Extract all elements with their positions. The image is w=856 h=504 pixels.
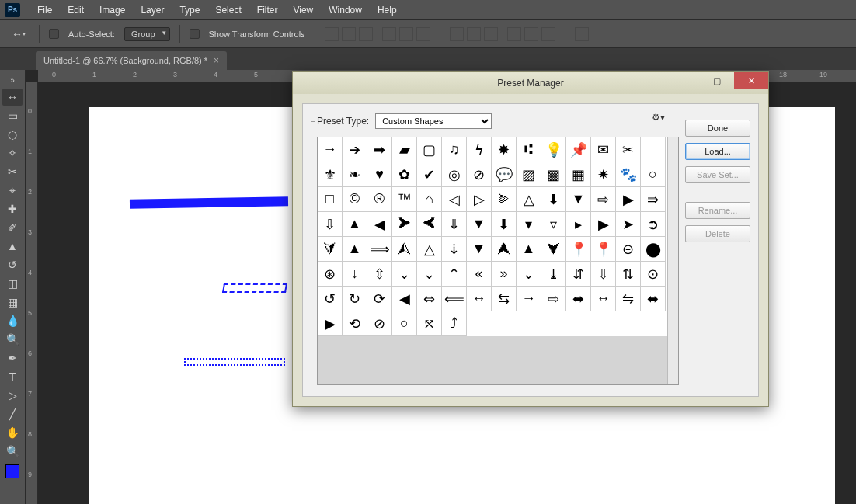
shape-starburst[interactable]: ✸ [492, 137, 517, 162]
brush-tool[interactable]: ✐ [2, 219, 23, 236]
shape-triangle-up[interactable]: △ [517, 187, 541, 212]
shape-lightning[interactable]: ϟ [467, 137, 492, 162]
shape-pawprint[interactable]: 🐾 [616, 162, 641, 187]
stamp-tool[interactable]: ▲ [2, 238, 23, 255]
shape-arrow-down-bold[interactable]: ⬇ [541, 187, 566, 212]
shape-arrow-right-play[interactable]: ▶ [318, 311, 343, 336]
lasso-tool[interactable]: ◌ [2, 126, 23, 143]
shape-square-outline[interactable]: □ [318, 187, 343, 212]
shape-arrow-circle-down-bold[interactable]: ⊛ [318, 262, 343, 287]
shape-arrow-right-3d[interactable]: ▸ [566, 212, 591, 237]
heal-tool[interactable]: ✚ [2, 200, 23, 217]
shape-arrow-thin-right[interactable]: → [318, 137, 343, 162]
menu-select[interactable]: Select [207, 5, 249, 16]
dodge-tool[interactable]: 🔍 [2, 331, 23, 348]
shape-arrows-pipe[interactable]: ⇅ [616, 262, 641, 287]
shape-arrows-lr-solid[interactable]: ⬌ [566, 287, 591, 311]
shape-arrow-right[interactable]: ➔ [343, 137, 367, 162]
shape-bulb[interactable]: 💡 [541, 137, 566, 162]
shape-arrow-up[interactable]: ▲ [343, 212, 367, 237]
shape-trademark[interactable]: ™ [392, 187, 417, 212]
window-minimize[interactable]: — [666, 72, 700, 89]
group-select[interactable]: Group [124, 27, 170, 41]
shape-frame[interactable]: ▢ [417, 137, 442, 162]
shape-refresh-dark[interactable]: ⟲ [343, 311, 367, 336]
shape-arrow-right-pipe[interactable]: ⇨ [541, 287, 566, 311]
shape-arrow-circle-down[interactable]: ⊝ [616, 237, 641, 262]
shape-arrow-down-3d[interactable]: ▾ [517, 212, 541, 237]
tab-close-icon[interactable]: × [214, 55, 219, 66]
shape-music-note[interactable]: ♫ [442, 137, 467, 162]
menu-type[interactable]: Type [172, 5, 207, 16]
rename-button[interactable]: Rename... [685, 202, 750, 219]
shape-flourish[interactable]: ❧ [343, 162, 367, 187]
menu-view[interactable]: View [285, 5, 321, 16]
shape-arrow-right-block[interactable]: ▶ [616, 187, 641, 212]
shape-arrow-right-hatched[interactable]: ⇨ [591, 187, 616, 212]
shape-arrow-down-stripe[interactable]: ⇓ [442, 212, 467, 237]
transform-checkbox[interactable] [190, 29, 200, 39]
path-tool[interactable]: ▷ [2, 387, 23, 404]
shape-arrow-left-solid[interactable]: ◀ [367, 212, 392, 237]
shape-chevrons-right[interactable]: » [492, 262, 517, 287]
shape-arrow-bar-down[interactable]: ⤓ [541, 262, 566, 287]
shape-heart[interactable]: ♥ [367, 162, 392, 187]
shape-arrow-right-fast[interactable]: ⮞ [392, 212, 417, 237]
delete-button[interactable]: Delete [685, 225, 750, 242]
shape-triangle-left-open[interactable]: ◁ [442, 187, 467, 212]
history-brush-tool[interactable]: ↺ [2, 256, 23, 273]
shape-arrow-left-3d[interactable]: ◀ [392, 287, 417, 311]
eraser-tool[interactable]: ◫ [2, 275, 23, 292]
shape-arrow-down-long[interactable]: ↓ [343, 262, 367, 287]
shape-arrows-split-y[interactable]: ⤴ [442, 311, 467, 336]
shape-arrow-down-wide[interactable]: ▼ [566, 187, 591, 212]
shape-arrow-down-round[interactable]: ⮟ [541, 237, 566, 262]
shape-arrows-bar-ud[interactable]: ⇵ [566, 262, 591, 287]
menu-layer[interactable]: Layer [133, 5, 172, 16]
shape-chevron-down[interactable]: ⌄ [392, 262, 417, 287]
shape-chevrons-left[interactable]: « [467, 262, 492, 287]
shape-arrow-down-pin[interactable]: 📍 [566, 237, 591, 262]
shape-arrows-split-ud[interactable]: ⤲ [417, 311, 442, 336]
shape-refresh-cw[interactable]: ↻ [343, 287, 367, 311]
shape-arrow-right-solid[interactable]: ▶ [591, 212, 616, 237]
line-tool[interactable]: ╱ [2, 405, 23, 422]
shape-arrow-up-fill[interactable]: ▲ [517, 237, 541, 262]
shape-checker[interactable]: ▩ [541, 162, 566, 187]
shape-copyright[interactable]: © [343, 187, 367, 212]
shape-arrows-lr[interactable]: ↔ [467, 287, 492, 311]
shape-arrows-lr-thin[interactable]: ↔ [591, 287, 616, 311]
menu-filter[interactable]: Filter [249, 5, 286, 16]
blur-tool[interactable]: 💧 [2, 312, 23, 329]
move-tool[interactable]: ↔ [2, 89, 23, 106]
shape-blank[interactable] [641, 137, 666, 162]
load-button[interactable]: Load... [685, 143, 750, 160]
shape-refresh-outline[interactable]: ○ [392, 311, 417, 336]
app-logo[interactable]: Ps [5, 3, 20, 17]
type-tool[interactable]: T [2, 368, 23, 385]
shape-fleur-de-lis[interactable]: ⚜ [318, 162, 343, 187]
preset-type-select[interactable]: Custom Shapes [375, 113, 492, 129]
shape-arrow-block-right[interactable]: ➡ [367, 137, 392, 162]
shape-no-symbol[interactable]: ⊘ [467, 162, 492, 187]
crop-tool[interactable]: ✂ [2, 163, 23, 180]
shape-chevrons-down[interactable]: ⌄ [417, 262, 442, 287]
shape-arrow-down-hatch[interactable]: ⇣ [442, 237, 467, 262]
done-button[interactable]: Done [685, 120, 750, 137]
shape-arrow-left-fast[interactable]: ⮜ [417, 212, 442, 237]
gear-menu-icon[interactable]: ⚙▾ [652, 112, 665, 123]
shape-arrow-right-long[interactable]: → [517, 287, 541, 311]
zoom-tool[interactable]: 🔍 [2, 443, 23, 460]
toolbox-collapse-icon[interactable]: » [2, 73, 23, 87]
shape-banner[interactable]: ▰ [392, 137, 417, 162]
shape-checkmark[interactable]: ✔ [417, 162, 442, 187]
shape-chevron-down-open[interactable]: ⌄ [517, 262, 541, 287]
shape-circle[interactable]: ○ [641, 162, 666, 187]
shape-arrow-left-tube[interactable]: ⟸ [442, 287, 467, 311]
shape-arrows-lr-hatch[interactable]: ⇆ [492, 287, 517, 311]
shape-envelope[interactable]: ✉ [591, 137, 616, 162]
shape-refresh-bold[interactable]: ⟳ [367, 287, 392, 311]
shape-house[interactable]: ⌂ [417, 187, 442, 212]
shape-arrow-up-check[interactable]: ⮙ [392, 237, 417, 262]
shape-triangle-right-open[interactable]: ▷ [467, 187, 492, 212]
